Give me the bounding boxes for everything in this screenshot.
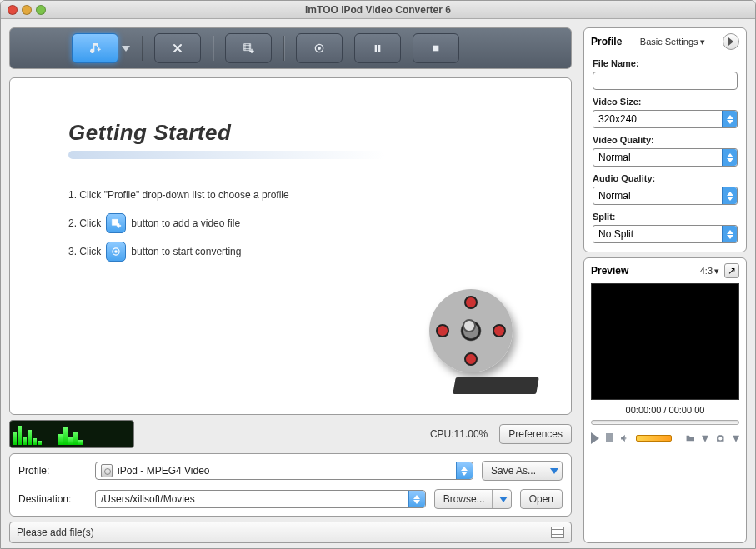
record-icon [313,42,326,55]
volume-slider[interactable] [636,435,672,442]
step-1: 1. Click "Profile" drop-down list to cho… [68,181,531,209]
basic-settings-dropdown[interactable]: Basic Settings▾ [640,37,705,47]
preferences-button[interactable]: Preferences [499,424,572,444]
output-settings: Profile: iPod - MPEG4 Video Save As... D… [9,453,572,517]
ipod-device-icon [101,464,113,477]
titlebar: ImTOO iPod Video Converter 6 [1,1,755,19]
destination-label: Destination: [18,493,87,505]
audio-quality-select[interactable]: Normal [593,187,738,205]
svg-rect-3 [378,45,380,52]
list-view-button[interactable] [551,527,564,538]
welcome-pane: Getting Started 1. Click "Profile" drop-… [9,77,572,415]
welcome-heading: Getting Started [68,120,531,146]
convert-mini-icon [106,242,126,262]
split-select[interactable]: No Split [593,225,738,243]
profile-combobox[interactable]: iPod - MPEG4 Video [95,462,473,480]
expand-profile-button[interactable] [723,33,739,50]
music-plus-icon [88,42,102,55]
file-name-input[interactable] [593,72,738,90]
status-bar: Please add file(s) [9,522,572,543]
step-3: 3. Click button to start converting [68,237,531,266]
stop-icon [429,42,443,55]
heading-underline [68,151,385,159]
save-as-button[interactable]: Save As... [482,461,563,481]
svg-rect-2 [374,45,376,52]
main-toolbar [9,27,572,69]
preview-time: 00:00:00 / 00:00:00 [584,400,746,420]
step-2: 2. Click button to add a video file [68,209,531,237]
film-reel-image [429,289,529,389]
cpu-label: CPU:11.00% [141,428,493,440]
remove-button[interactable] [154,33,201,63]
split-label: Split: [593,212,738,222]
volume-icon[interactable] [619,431,630,446]
film-plus-icon [242,42,255,55]
chevron-down-icon [499,497,508,502]
x-icon [171,42,184,55]
add-file-dropdown[interactable] [122,46,130,52]
open-button[interactable]: Open [520,489,563,509]
browse-button[interactable]: Browse... [434,489,512,509]
audio-quality-label: Audio Quality: [593,173,738,183]
convert-button[interactable] [296,33,343,63]
fullscreen-button[interactable]: ↗ [724,263,739,278]
file-name-label: File Name: [593,58,738,68]
preview-play-button[interactable] [591,432,599,444]
profile-dropdown-button[interactable] [456,462,473,479]
cpu-meter [9,420,134,448]
video-size-select[interactable]: 320x240 [593,110,738,128]
camera-icon[interactable] [715,431,726,446]
profile-header: Profile [591,36,622,47]
preview-label: Preview [591,265,628,277]
destination-dropdown-button[interactable] [408,491,425,507]
pause-button[interactable] [354,33,401,63]
pause-icon [371,42,384,55]
status-text: Please add file(s) [17,527,94,538]
aspect-ratio-picker[interactable]: 4:3▾ [700,266,719,277]
video-quality-select[interactable]: Normal [593,148,738,167]
preview-stop-button[interactable] [606,433,613,442]
svg-rect-4 [433,46,438,52]
destination-combobox[interactable]: /Users/xilisoft/Movies [95,490,426,508]
video-size-label: Video Size: [593,97,738,107]
svg-point-1 [318,47,321,50]
profile-label: Profile: [18,465,87,477]
add-file-button[interactable] [72,33,118,63]
svg-point-6 [115,250,118,253]
window-title: ImTOO iPod Video Converter 6 [1,4,755,16]
video-quality-label: Video Quality: [593,135,738,145]
snapshot-folder-icon[interactable] [685,431,696,446]
chevron-down-icon [550,468,558,474]
stop-button[interactable] [413,33,459,63]
add-file-mini-icon [106,213,126,233]
clip-button[interactable] [225,33,272,63]
preview-panel: Preview 4:3▾ ↗ 00:00:00 / 00:00:00 ▾ ▾ [583,257,747,543]
profile-settings-panel: Profile Basic Settings▾ File Name: Video… [583,27,747,252]
preview-viewport [591,283,739,400]
